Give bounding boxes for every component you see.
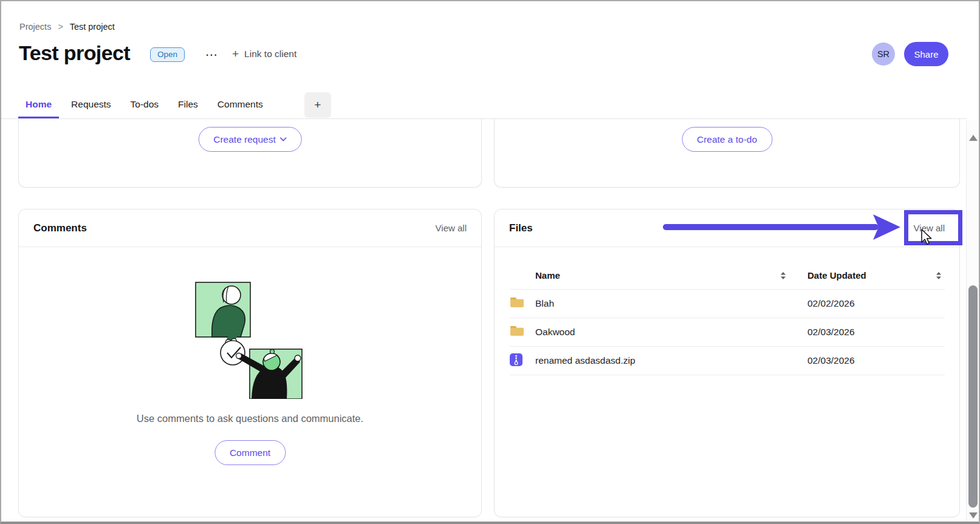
add-tab-button[interactable]: + bbox=[304, 92, 331, 118]
zip-file-icon bbox=[510, 353, 523, 369]
files-view-all-link[interactable]: View all bbox=[914, 223, 945, 233]
tab-requests[interactable]: Requests bbox=[64, 92, 118, 118]
column-header-date-updated[interactable]: Date Updated bbox=[807, 270, 866, 281]
column-header-name[interactable]: Name bbox=[535, 270, 560, 281]
breadcrumb-projects[interactable]: Projects bbox=[19, 22, 51, 32]
files-card: Files View all Name Date Updated bbox=[494, 209, 960, 517]
comments-empty-message: Use comments to ask questions and commun… bbox=[19, 413, 481, 424]
create-todo-button[interactable]: Create a to-do bbox=[682, 127, 772, 152]
more-options-button[interactable]: ⋯ bbox=[202, 45, 222, 64]
tab-bar: HomeRequestsTo-dosFilesComments + bbox=[1, 92, 967, 119]
folder-icon bbox=[510, 325, 524, 339]
breadcrumb-separator: > bbox=[58, 22, 63, 32]
sort-icon[interactable] bbox=[935, 271, 942, 280]
tab-comments[interactable]: Comments bbox=[210, 92, 270, 118]
file-date-updated: 02/03/2026 bbox=[807, 327, 855, 338]
file-name[interactable]: Oakwood bbox=[535, 327, 575, 338]
requests-card: Create request bbox=[18, 119, 482, 188]
link-to-client-label: Link to client bbox=[244, 49, 296, 60]
table-row[interactable]: Blah02/02/2026 bbox=[510, 290, 945, 318]
comments-card-title: Comments bbox=[33, 222, 87, 234]
comments-card: Comments View all bbox=[18, 209, 482, 517]
file-name[interactable]: renamed asdasdasd.zip bbox=[535, 355, 636, 366]
file-date-updated: 02/02/2026 bbox=[807, 298, 855, 309]
tab-to-dos[interactable]: To-dos bbox=[123, 92, 166, 118]
folder-icon bbox=[510, 296, 524, 311]
page-title: Test project bbox=[19, 41, 130, 65]
files-table-header: Name Date Updated bbox=[510, 262, 945, 290]
breadcrumb-current: Test project bbox=[70, 22, 115, 32]
file-name[interactable]: Blah bbox=[535, 298, 554, 309]
scroll-up-icon[interactable] bbox=[969, 135, 978, 141]
comments-empty-illustration bbox=[194, 276, 307, 401]
avatar[interactable]: SR bbox=[872, 43, 895, 66]
sort-icon[interactable] bbox=[780, 271, 787, 280]
files-table: Name Date Updated Blah02/02/2026Oakwood0… bbox=[510, 262, 945, 375]
scrollbar-thumb[interactable] bbox=[968, 285, 978, 508]
files-card-title: Files bbox=[509, 222, 533, 234]
tab-home[interactable]: Home bbox=[18, 92, 59, 118]
tab-files[interactable]: Files bbox=[171, 92, 205, 118]
status-badge: Open bbox=[150, 47, 185, 62]
scroll-down-icon[interactable] bbox=[969, 512, 978, 519]
project-page: Projects > Test project Test project Ope… bbox=[0, 0, 980, 524]
table-row[interactable]: Oakwood02/03/2026 bbox=[510, 318, 945, 347]
comments-view-all-link[interactable]: View all bbox=[436, 223, 467, 233]
chevron-down-icon bbox=[280, 137, 287, 141]
create-request-button[interactable]: Create request bbox=[198, 127, 302, 152]
file-date-updated: 02/03/2026 bbox=[807, 355, 855, 366]
share-button[interactable]: Share bbox=[904, 42, 948, 66]
vertical-scrollbar[interactable] bbox=[966, 120, 979, 522]
link-to-client-button[interactable]: + Link to client bbox=[232, 47, 296, 61]
comment-button[interactable]: Comment bbox=[214, 440, 286, 465]
breadcrumb: Projects > Test project bbox=[19, 22, 115, 32]
table-row[interactable]: renamed asdasdasd.zip02/03/2026 bbox=[510, 347, 945, 375]
todos-card: Create a to-do bbox=[494, 119, 960, 188]
plus-icon: + bbox=[232, 47, 239, 61]
